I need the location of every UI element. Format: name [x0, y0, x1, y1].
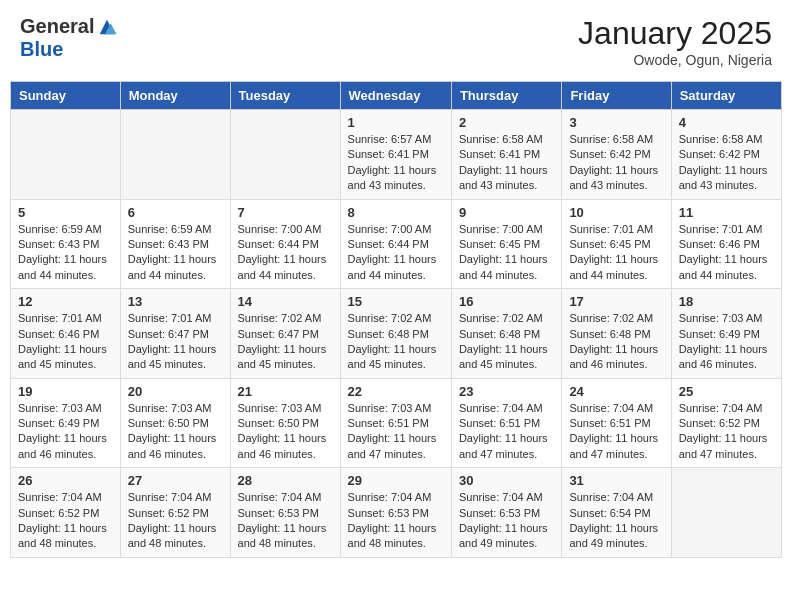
- calendar-cell: 1Sunrise: 6:57 AM Sunset: 6:41 PM Daylig…: [340, 110, 451, 200]
- calendar-cell: 15Sunrise: 7:02 AM Sunset: 6:48 PM Dayli…: [340, 289, 451, 379]
- day-info: Sunrise: 7:04 AM Sunset: 6:53 PM Dayligh…: [348, 490, 444, 552]
- day-number: 17: [569, 294, 663, 309]
- calendar-cell: 29Sunrise: 7:04 AM Sunset: 6:53 PM Dayli…: [340, 468, 451, 558]
- day-info: Sunrise: 7:04 AM Sunset: 6:53 PM Dayligh…: [459, 490, 554, 552]
- day-info: Sunrise: 7:00 AM Sunset: 6:45 PM Dayligh…: [459, 222, 554, 284]
- logo-blue-text: Blue: [20, 38, 63, 61]
- day-number: 5: [18, 205, 113, 220]
- day-info: Sunrise: 7:03 AM Sunset: 6:50 PM Dayligh…: [128, 401, 223, 463]
- calendar-cell: 17Sunrise: 7:02 AM Sunset: 6:48 PM Dayli…: [562, 289, 671, 379]
- day-number: 26: [18, 473, 113, 488]
- calendar-cell: 24Sunrise: 7:04 AM Sunset: 6:51 PM Dayli…: [562, 378, 671, 468]
- title-section: January 2025 Owode, Ogun, Nigeria: [578, 15, 772, 68]
- day-number: 24: [569, 384, 663, 399]
- day-number: 29: [348, 473, 444, 488]
- day-info: Sunrise: 7:04 AM Sunset: 6:51 PM Dayligh…: [569, 401, 663, 463]
- calendar-cell: 8Sunrise: 7:00 AM Sunset: 6:44 PM Daylig…: [340, 199, 451, 289]
- calendar-week-row: 5Sunrise: 6:59 AM Sunset: 6:43 PM Daylig…: [11, 199, 782, 289]
- day-number: 23: [459, 384, 554, 399]
- day-info: Sunrise: 6:59 AM Sunset: 6:43 PM Dayligh…: [128, 222, 223, 284]
- calendar-cell: 19Sunrise: 7:03 AM Sunset: 6:49 PM Dayli…: [11, 378, 121, 468]
- calendar-cell: 3Sunrise: 6:58 AM Sunset: 6:42 PM Daylig…: [562, 110, 671, 200]
- day-number: 19: [18, 384, 113, 399]
- calendar-cell: 30Sunrise: 7:04 AM Sunset: 6:53 PM Dayli…: [451, 468, 561, 558]
- weekday-header: Monday: [120, 82, 230, 110]
- weekday-header: Tuesday: [230, 82, 340, 110]
- day-info: Sunrise: 7:01 AM Sunset: 6:46 PM Dayligh…: [679, 222, 774, 284]
- calendar-cell: 4Sunrise: 6:58 AM Sunset: 6:42 PM Daylig…: [671, 110, 781, 200]
- calendar-cell: 26Sunrise: 7:04 AM Sunset: 6:52 PM Dayli…: [11, 468, 121, 558]
- day-number: 31: [569, 473, 663, 488]
- month-title: January 2025: [578, 15, 772, 52]
- calendar-cell: 6Sunrise: 6:59 AM Sunset: 6:43 PM Daylig…: [120, 199, 230, 289]
- day-info: Sunrise: 7:01 AM Sunset: 6:46 PM Dayligh…: [18, 311, 113, 373]
- calendar-cell: 25Sunrise: 7:04 AM Sunset: 6:52 PM Dayli…: [671, 378, 781, 468]
- calendar-cell: 18Sunrise: 7:03 AM Sunset: 6:49 PM Dayli…: [671, 289, 781, 379]
- day-info: Sunrise: 6:59 AM Sunset: 6:43 PM Dayligh…: [18, 222, 113, 284]
- day-number: 3: [569, 115, 663, 130]
- calendar-cell: 31Sunrise: 7:04 AM Sunset: 6:54 PM Dayli…: [562, 468, 671, 558]
- day-number: 15: [348, 294, 444, 309]
- weekday-header: Sunday: [11, 82, 121, 110]
- weekday-header: Wednesday: [340, 82, 451, 110]
- calendar-cell: 9Sunrise: 7:00 AM Sunset: 6:45 PM Daylig…: [451, 199, 561, 289]
- calendar-cell: [11, 110, 121, 200]
- calendar-cell: 11Sunrise: 7:01 AM Sunset: 6:46 PM Dayli…: [671, 199, 781, 289]
- day-info: Sunrise: 7:04 AM Sunset: 6:52 PM Dayligh…: [128, 490, 223, 552]
- day-number: 21: [238, 384, 333, 399]
- day-number: 25: [679, 384, 774, 399]
- calendar-cell: 21Sunrise: 7:03 AM Sunset: 6:50 PM Dayli…: [230, 378, 340, 468]
- calendar-cell: 7Sunrise: 7:00 AM Sunset: 6:44 PM Daylig…: [230, 199, 340, 289]
- calendar-cell: 2Sunrise: 6:58 AM Sunset: 6:41 PM Daylig…: [451, 110, 561, 200]
- calendar-week-row: 1Sunrise: 6:57 AM Sunset: 6:41 PM Daylig…: [11, 110, 782, 200]
- day-info: Sunrise: 6:58 AM Sunset: 6:42 PM Dayligh…: [569, 132, 663, 194]
- day-number: 7: [238, 205, 333, 220]
- day-info: Sunrise: 7:03 AM Sunset: 6:50 PM Dayligh…: [238, 401, 333, 463]
- calendar-cell: 16Sunrise: 7:02 AM Sunset: 6:48 PM Dayli…: [451, 289, 561, 379]
- day-number: 27: [128, 473, 223, 488]
- calendar-cell: 5Sunrise: 6:59 AM Sunset: 6:43 PM Daylig…: [11, 199, 121, 289]
- day-info: Sunrise: 7:04 AM Sunset: 6:54 PM Dayligh…: [569, 490, 663, 552]
- day-number: 16: [459, 294, 554, 309]
- calendar-cell: 14Sunrise: 7:02 AM Sunset: 6:47 PM Dayli…: [230, 289, 340, 379]
- calendar-cell: 10Sunrise: 7:01 AM Sunset: 6:45 PM Dayli…: [562, 199, 671, 289]
- day-number: 12: [18, 294, 113, 309]
- calendar-cell: 28Sunrise: 7:04 AM Sunset: 6:53 PM Dayli…: [230, 468, 340, 558]
- day-number: 28: [238, 473, 333, 488]
- weekday-header: Saturday: [671, 82, 781, 110]
- day-info: Sunrise: 7:04 AM Sunset: 6:51 PM Dayligh…: [459, 401, 554, 463]
- calendar-table: SundayMondayTuesdayWednesdayThursdayFrid…: [10, 81, 782, 558]
- logo-icon: [96, 16, 118, 38]
- day-info: Sunrise: 7:01 AM Sunset: 6:45 PM Dayligh…: [569, 222, 663, 284]
- calendar-body: 1Sunrise: 6:57 AM Sunset: 6:41 PM Daylig…: [11, 110, 782, 558]
- day-number: 13: [128, 294, 223, 309]
- weekday-header: Friday: [562, 82, 671, 110]
- calendar-week-row: 12Sunrise: 7:01 AM Sunset: 6:46 PM Dayli…: [11, 289, 782, 379]
- location-text: Owode, Ogun, Nigeria: [578, 52, 772, 68]
- day-number: 22: [348, 384, 444, 399]
- calendar-cell: [671, 468, 781, 558]
- day-info: Sunrise: 7:02 AM Sunset: 6:48 PM Dayligh…: [569, 311, 663, 373]
- logo: General Blue: [20, 15, 118, 61]
- page-header: General Blue January 2025 Owode, Ogun, N…: [10, 10, 782, 73]
- day-number: 14: [238, 294, 333, 309]
- day-info: Sunrise: 7:01 AM Sunset: 6:47 PM Dayligh…: [128, 311, 223, 373]
- calendar-cell: 27Sunrise: 7:04 AM Sunset: 6:52 PM Dayli…: [120, 468, 230, 558]
- day-info: Sunrise: 7:02 AM Sunset: 6:47 PM Dayligh…: [238, 311, 333, 373]
- day-number: 6: [128, 205, 223, 220]
- day-info: Sunrise: 7:02 AM Sunset: 6:48 PM Dayligh…: [348, 311, 444, 373]
- weekday-header-row: SundayMondayTuesdayWednesdayThursdayFrid…: [11, 82, 782, 110]
- day-info: Sunrise: 7:03 AM Sunset: 6:49 PM Dayligh…: [18, 401, 113, 463]
- day-number: 18: [679, 294, 774, 309]
- calendar-cell: 22Sunrise: 7:03 AM Sunset: 6:51 PM Dayli…: [340, 378, 451, 468]
- day-number: 10: [569, 205, 663, 220]
- weekday-header: Thursday: [451, 82, 561, 110]
- calendar-cell: [120, 110, 230, 200]
- day-info: Sunrise: 7:03 AM Sunset: 6:49 PM Dayligh…: [679, 311, 774, 373]
- day-info: Sunrise: 6:58 AM Sunset: 6:41 PM Dayligh…: [459, 132, 554, 194]
- day-number: 20: [128, 384, 223, 399]
- day-info: Sunrise: 7:04 AM Sunset: 6:52 PM Dayligh…: [18, 490, 113, 552]
- calendar-cell: 12Sunrise: 7:01 AM Sunset: 6:46 PM Dayli…: [11, 289, 121, 379]
- day-info: Sunrise: 6:57 AM Sunset: 6:41 PM Dayligh…: [348, 132, 444, 194]
- day-number: 11: [679, 205, 774, 220]
